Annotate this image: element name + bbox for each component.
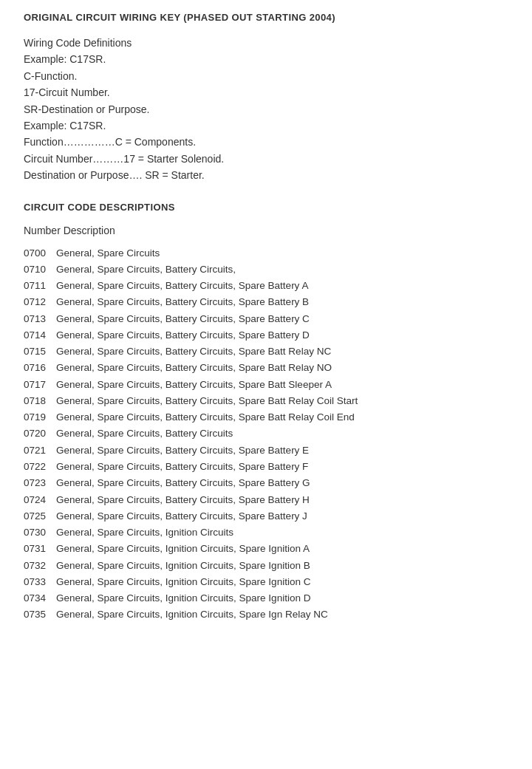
table-row: 0735General, Spare Circuits, Ignition Ci… — [24, 606, 508, 623]
row-number: 0714 — [24, 327, 56, 344]
row-number: 0724 — [24, 492, 56, 508]
table-row: 0711General, Spare Circuits, Battery Cir… — [24, 278, 508, 294]
row-desc: General, Spare Circuits, Battery Circuit… — [56, 313, 310, 324]
row-desc: General, Spare Circuits, Battery Circuit… — [56, 445, 309, 456]
page-container: ORIGINAL CIRCUIT WIRING KEY (PHASED OUT … — [0, 0, 532, 635]
table-row: 0733General, Spare Circuits, Ignition Ci… — [24, 574, 508, 590]
row-number: 0730 — [24, 524, 56, 541]
row-number: 0715 — [24, 344, 56, 360]
table-row: 0700General, Spare Circuits — [24, 245, 508, 262]
table-row: 0718General, Spare Circuits, Battery Cir… — [24, 393, 508, 409]
row-number: 0721 — [24, 442, 56, 459]
row-desc: General, Spare Circuits, Battery Circuit… — [56, 379, 332, 390]
def-line-8: Destination or Purpose…. SR = Starter. — [24, 167, 508, 183]
row-number: 0723 — [24, 475, 56, 491]
row-number: 0720 — [24, 425, 56, 442]
table-row: 0712General, Spare Circuits, Battery Cir… — [24, 294, 508, 310]
row-desc: General, Spare Circuits, Ignition Circui… — [56, 527, 233, 538]
row-number: 0710 — [24, 262, 56, 278]
row-desc: General, Spare Circuits, Ignition Circui… — [56, 576, 310, 587]
row-desc: General, Spare Circuits, Battery Circuit… — [56, 280, 308, 291]
row-number: 0716 — [24, 360, 56, 376]
def-line-2: C-Function. — [24, 68, 508, 84]
table-header: Number Description — [24, 225, 508, 236]
row-desc: General, Spare Circuits, Battery Circuit… — [56, 395, 358, 406]
row-desc: General, Spare Circuits, Battery Circuit… — [56, 362, 332, 373]
row-desc: General, Spare Circuits, Battery Circuit… — [56, 411, 355, 423]
row-number: 0717 — [24, 377, 56, 393]
table-row: 0724General, Spare Circuits, Battery Cir… — [24, 492, 508, 508]
row-number: 0718 — [24, 393, 56, 409]
table-row: 0719General, Spare Circuits, Battery Cir… — [24, 409, 508, 425]
table-row: 0725General, Spare Circuits, Battery Cir… — [24, 508, 508, 524]
row-number: 0719 — [24, 409, 56, 425]
row-desc: General, Spare Circuits, Battery Circuit… — [56, 264, 236, 275]
table-row: 0714General, Spare Circuits, Battery Cir… — [24, 327, 508, 344]
row-desc: General, Spare Circuits, Battery Circuit… — [56, 329, 310, 341]
row-desc: General, Spare Circuits, Battery Circuit… — [56, 428, 233, 439]
row-number: 0725 — [24, 508, 56, 524]
row-number: 0712 — [24, 294, 56, 310]
wiring-definitions-label: Wiring Code Definitions — [24, 35, 508, 51]
row-number: 0711 — [24, 278, 56, 294]
row-desc: General, Spare Circuits — [56, 247, 160, 259]
def-line-5: Example: C17SR. — [24, 117, 508, 134]
row-desc: General, Spare Circuits, Ignition Circui… — [56, 609, 328, 620]
table-row: 0722General, Spare Circuits, Battery Cir… — [24, 459, 508, 475]
def-line-7: Circuit Number………17 = Starter Solenoid. — [24, 151, 508, 167]
row-number: 0733 — [24, 574, 56, 590]
table-row: 0732General, Spare Circuits, Ignition Ci… — [24, 558, 508, 574]
row-desc: General, Spare Circuits, Battery Circuit… — [56, 494, 310, 505]
circuit-table: 0700General, Spare Circuits0710General, … — [24, 245, 508, 623]
def-line-4: SR-Destination or Purpose. — [24, 101, 508, 117]
def-line-6: Function……………C = Components. — [24, 134, 508, 150]
row-desc: General, Spare Circuits, Ignition Circui… — [56, 592, 310, 604]
row-number: 0731 — [24, 541, 56, 557]
table-row: 0730General, Spare Circuits, Ignition Ci… — [24, 524, 508, 541]
section2-title: CIRCUIT CODE DESCRIPTIONS — [24, 202, 508, 213]
table-row: 0720General, Spare Circuits, Battery Cir… — [24, 425, 508, 442]
def-line-1: Example: C17SR. — [24, 51, 508, 67]
row-number: 0722 — [24, 459, 56, 475]
row-desc: General, Spare Circuits, Battery Circuit… — [56, 346, 331, 357]
wiring-definitions: Wiring Code Definitions Example: C17SR. … — [24, 35, 508, 184]
def-line-3: 17-Circuit Number. — [24, 84, 508, 100]
row-desc: General, Spare Circuits, Battery Circuit… — [56, 510, 307, 522]
table-row: 0731General, Spare Circuits, Ignition Ci… — [24, 541, 508, 557]
table-row: 0734General, Spare Circuits, Ignition Ci… — [24, 590, 508, 606]
row-number: 0713 — [24, 311, 56, 327]
row-desc: General, Spare Circuits, Ignition Circui… — [56, 543, 310, 554]
row-number: 0700 — [24, 245, 56, 262]
table-row: 0716General, Spare Circuits, Battery Cir… — [24, 360, 508, 376]
table-row: 0715General, Spare Circuits, Battery Cir… — [24, 344, 508, 360]
row-number: 0734 — [24, 590, 56, 606]
table-row: 0713General, Spare Circuits, Battery Cir… — [24, 311, 508, 327]
row-desc: General, Spare Circuits, Battery Circuit… — [56, 477, 310, 488]
row-number: 0735 — [24, 606, 56, 623]
table-row: 0717General, Spare Circuits, Battery Cir… — [24, 377, 508, 393]
row-desc: General, Spare Circuits, Ignition Circui… — [56, 560, 310, 571]
row-desc: General, Spare Circuits, Battery Circuit… — [56, 461, 308, 472]
table-row: 0721General, Spare Circuits, Battery Cir… — [24, 442, 508, 459]
section1-title: ORIGINAL CIRCUIT WIRING KEY (PHASED OUT … — [24, 12, 508, 23]
row-desc: General, Spare Circuits, Battery Circuit… — [56, 296, 309, 307]
row-number: 0732 — [24, 558, 56, 574]
circuit-code-section: Number Description 0700General, Spare Ci… — [24, 225, 508, 623]
table-row: 0723General, Spare Circuits, Battery Cir… — [24, 475, 508, 491]
table-row: 0710General, Spare Circuits, Battery Cir… — [24, 262, 508, 278]
